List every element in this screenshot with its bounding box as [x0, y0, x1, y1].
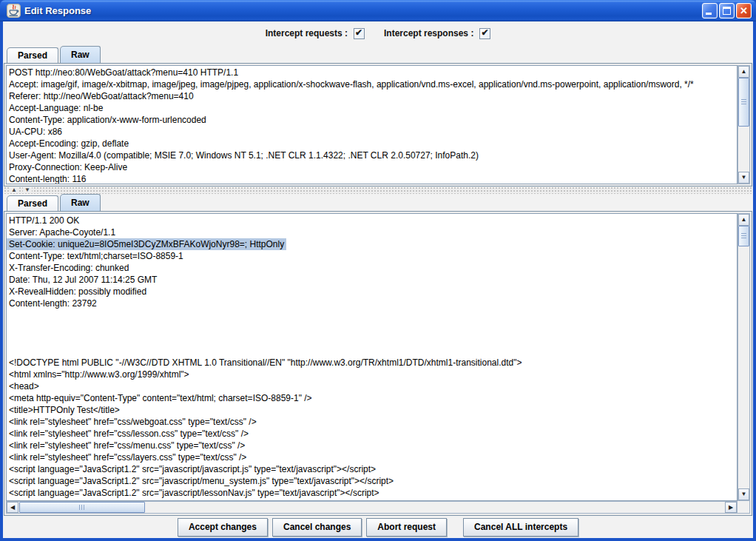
minimize-icon	[706, 13, 712, 15]
code-line: UA-CPU: x86	[9, 126, 737, 138]
code-line: Content-length: 23792	[9, 298, 737, 309]
code-line: X-RevealHidden: possibly modified	[9, 286, 737, 298]
scroll-up-icon[interactable]: ▲	[738, 66, 749, 78]
request-vertical-scrollbar[interactable]: ▲ ▼	[738, 65, 750, 184]
intercept-responses-label: Intercept responses :	[384, 28, 473, 38]
window-title: Edit Response	[24, 5, 702, 16]
request-scrollbar-thumb[interactable]	[738, 78, 749, 127]
scroll-down-icon[interactable]: ▼	[738, 488, 749, 500]
code-line: Server: Apache-Coyote/1.1	[9, 226, 737, 238]
intercept-requests-label: Intercept requests :	[266, 28, 348, 38]
scroll-down-icon[interactable]: ▼	[738, 172, 749, 184]
response-vscrollbar-thumb[interactable]	[738, 226, 749, 246]
code-line: Accept-Encoding: gzip, deflate	[9, 138, 737, 149]
code-line: <title>HTTPOnly Test</title>	[9, 404, 737, 416]
request-tabs: Parsed Raw	[4, 46, 752, 63]
request-tab-content: POST http://neo:80/WebGoat/attack?menu=4…	[4, 63, 752, 187]
request-tab-raw[interactable]: Raw	[60, 46, 101, 63]
split-divider[interactable]: ▲ ▼	[4, 187, 752, 194]
response-tabpane: Parsed Raw HTTP/1.1 200 OKServer: Apache…	[4, 194, 752, 516]
code-line: <link rel="stylesheet" href="css/webgoat…	[9, 416, 737, 428]
code-line	[9, 309, 737, 321]
cancel-all-intercepts-button[interactable]: Cancel ALL intercepts	[463, 518, 578, 537]
accept-changes-button[interactable]: Accept changes	[178, 518, 268, 537]
close-button[interactable]: ✕	[736, 3, 752, 19]
code-line: X-Transfer-Encoding: chunked	[9, 262, 737, 274]
dialog-content: Intercept requests : ✔ Intercept respons…	[3, 21, 753, 538]
code-line: <script language="JavaScript1.2" src="ja…	[9, 487, 737, 499]
request-tabpane: Parsed Raw POST http://neo:80/WebGoat/at…	[4, 46, 752, 187]
code-line: User-Agent: Mozilla/4.0 (compatible; MSI…	[9, 149, 737, 161]
request-tab-parsed[interactable]: Parsed	[7, 47, 58, 63]
scroll-up-icon[interactable]: ▲	[738, 214, 749, 226]
java-app-icon	[7, 4, 21, 18]
code-line: <script language="JavaScript1.2" src="ja…	[9, 475, 737, 487]
collapse-down-icon[interactable]: ▼	[23, 187, 32, 193]
code-line: Accept-Language: nl-be	[9, 102, 737, 114]
edit-response-window: Edit Response ✕ Intercept requests : ✔ I…	[0, 0, 756, 541]
response-hscrollbar-thumb[interactable]	[19, 502, 145, 513]
code-line: <!DOCTYPE html PUBLIC "-//W3C//DTD XHTML…	[9, 357, 737, 369]
code-line: <html xmlns="http://www.w3.org/1999/xhtm…	[9, 369, 737, 380]
code-line	[9, 321, 737, 333]
maximize-icon	[723, 7, 731, 15]
response-vertical-scrollbar[interactable]: ▲ ▼	[738, 213, 750, 501]
code-line: Content-Type: text/html;charset=ISO-8859…	[9, 250, 737, 262]
maximize-button[interactable]	[719, 3, 735, 19]
code-line: <link rel="stylesheet" href="css/menu.cs…	[9, 440, 737, 451]
scroll-left-icon[interactable]: ◀	[7, 502, 18, 513]
titlebar[interactable]: Edit Response ✕	[0, 0, 756, 21]
checkmark-icon: ✔	[481, 27, 488, 38]
intercept-bar: Intercept requests : ✔ Intercept respons…	[3, 21, 753, 45]
code-line: Accept: image/gif, image/x-xbitmap, imag…	[9, 78, 737, 90]
response-tab-raw[interactable]: Raw	[60, 194, 101, 211]
code-line	[9, 333, 737, 345]
intercept-responses-checkbox[interactable]: ✔	[479, 28, 490, 39]
code-line	[9, 345, 737, 357]
abort-request-button[interactable]: Abort request	[366, 518, 447, 537]
code-line: <head>	[9, 380, 737, 392]
code-line: <script language="JavaScript1.2" src="ja…	[9, 463, 737, 475]
footer-button-bar: Accept changes Cancel changes Abort requ…	[3, 516, 753, 538]
collapse-up-icon[interactable]: ▲	[10, 187, 18, 193]
response-tabs: Parsed Raw	[4, 194, 752, 211]
intercept-requests-checkbox[interactable]: ✔	[354, 28, 365, 39]
close-icon: ✕	[737, 4, 751, 18]
code-line: Date: Thu, 12 Jul 2007 11:14:25 GMT	[9, 274, 737, 286]
scrollbar-corner	[738, 501, 750, 514]
code-line: HTTP/1.1 200 OK	[9, 215, 737, 226]
request-raw-textarea[interactable]: POST http://neo:80/WebGoat/attack?menu=4…	[6, 65, 738, 184]
minimize-button[interactable]	[702, 3, 718, 19]
code-line: <link rel="stylesheet" href="css/layers.…	[9, 451, 737, 463]
response-tab-content: HTTP/1.1 200 OKServer: Apache-Coyote/1.1…	[4, 211, 752, 516]
scroll-right-icon[interactable]: ▶	[725, 502, 737, 513]
response-horizontal-scrollbar[interactable]: ◀ ▶	[6, 501, 738, 514]
cancel-changes-button[interactable]: Cancel changes	[272, 518, 362, 537]
code-line: Proxy-Connection: Keep-Alive	[9, 161, 737, 173]
code-line: Content-Type: application/x-www-form-url…	[9, 114, 737, 126]
code-line: <meta http-equiv="Content-Type" content=…	[9, 392, 737, 404]
checkmark-icon: ✔	[355, 27, 362, 38]
response-raw-textarea[interactable]: HTTP/1.1 200 OKServer: Apache-Coyote/1.1…	[6, 213, 738, 501]
response-tab-parsed[interactable]: Parsed	[7, 195, 58, 211]
code-line: <link rel="stylesheet" href="css/lesson.…	[9, 428, 737, 440]
code-line: Content-length: 116	[9, 173, 737, 184]
code-line: POST http://neo:80/WebGoat/attack?menu=4…	[9, 67, 737, 78]
code-line: Referer: http://neo/WebGoat/attack?menu=…	[9, 90, 737, 102]
highlighted-code-line: Set-Cookie: unique2u=8IO5meI3DCyZMxBFAKo…	[7, 238, 286, 250]
